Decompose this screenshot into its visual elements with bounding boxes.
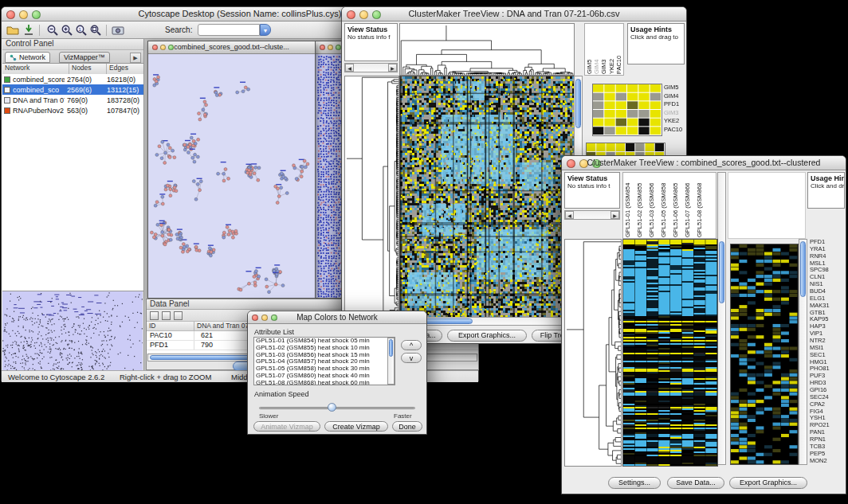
move-up-button[interactable]: ^ [401,340,422,350]
gene-label[interactable]: PAN1 [810,429,845,436]
gene-label[interactable]: PFD1 [810,239,845,246]
gene-label[interactable]: KAP95 [810,316,845,323]
network-canvas[interactable] [148,54,315,298]
create-vizmap-button[interactable]: Create Vizmap [324,421,388,432]
move-down-button[interactable]: v [401,353,422,363]
gene-label[interactable]: HRD3 [810,380,845,387]
gene-label[interactable]: GPI16 [810,387,845,394]
gene-label[interactable]: MSL1 [810,260,845,268]
gene-label[interactable]: NIS1 [810,281,845,288]
scroll-right-icon[interactable]: ▶ [388,64,397,72]
zoom-window-button[interactable] [336,45,341,50]
speed-slider-thumb[interactable] [328,403,336,412]
export-graphics-button[interactable]: Export Graphics... [729,477,807,489]
main-vscrollbar[interactable] [717,172,726,465]
gene-label[interactable]: PUF3 [810,373,845,380]
animate-vizmap-button[interactable]: Animate Vizmap [253,421,320,432]
gene-label[interactable]: NTR2 [810,338,845,345]
gene-label[interactable]: ELG1 [810,295,845,303]
vscroll-thumb[interactable] [800,241,806,297]
vscroll-thumb[interactable] [575,79,581,128]
scroll-left-icon[interactable]: ◀ [565,211,574,219]
zoom-actual-size-icon[interactable]: 1 [75,24,88,37]
gene-label[interactable]: RNR4 [810,253,845,260]
row-dendrogram-canvas[interactable] [564,239,622,467]
import-network-icon[interactable] [22,24,35,37]
data-col-id[interactable]: ID [147,322,194,330]
scroll-left-icon[interactable]: ◀ [345,64,354,72]
network-frame-titlebar[interactable]: combined_scores_good.txt--cluste... [148,41,315,54]
treeview2-titlebar[interactable]: ClusterMaker TreeView : combined_scores_… [562,156,846,170]
gene-label[interactable]: VIP1 [810,330,845,338]
tab-vizmapper[interactable]: VizMapper™ [59,52,110,63]
network-list-row[interactable]: DNA and Tran 07 769(0) 183728(0) [2,95,143,105]
vscroll-thumb[interactable] [389,339,393,357]
network-list-row[interactable]: combined_scores 2764(0) 16218(0) [2,74,143,84]
gene-label[interactable]: BUD4 [810,288,845,295]
row-dendrogram-canvas[interactable] [344,76,399,318]
gene-label[interactable]: SEC24 [810,394,845,401]
zoom-in-icon[interactable] [61,24,73,37]
gene-label[interactable]: PEP5 [810,451,845,458]
network-tree-area[interactable] [2,115,143,291]
heatmap-canvas[interactable] [399,76,575,318]
done-button[interactable]: Done [392,421,422,432]
tab-overflow-button[interactable]: ▶ [130,53,141,63]
attribute-list-item[interactable]: GPL51-05 (GSM858) heat shock 30 min [254,365,395,373]
gene-label[interactable]: GTB1 [810,310,845,317]
tree-mini-hscrollbar[interactable]: ◀ ▶ [344,63,398,72]
tab-network[interactable]: Network [5,52,50,63]
zoom-vscrollbar[interactable] [799,239,807,465]
col-nodes[interactable]: Nodes [69,64,107,74]
list-vscrollbar[interactable] [387,338,395,385]
zoom-heatmap-canvas[interactable] [730,244,799,465]
scroll-right-icon[interactable]: ▶ [610,211,619,219]
search-dropdown-icon[interactable]: ▼ [260,24,271,36]
search-input[interactable] [198,24,260,36]
gene-label[interactable]: TCB3 [810,443,845,451]
attribute-list-item[interactable]: GPL51-07 (GSM860) heat shock 40 min [254,373,395,380]
gene-label[interactable]: RPN1 [810,436,845,443]
close-button[interactable] [320,45,325,50]
col-edges[interactable]: Edges [107,64,143,74]
heatmap-canvas[interactable] [622,239,718,467]
treeview1-titlebar[interactable]: ClusterMaker TreeView : DNA and Tran 07-… [342,7,686,21]
speed-slider-track[interactable] [259,407,415,409]
gene-label[interactable]: RPO21 [810,422,845,429]
gene-label[interactable]: MSI1 [810,345,845,352]
tree-mini-hscrollbar[interactable]: ◀ ▶ [564,210,620,220]
save-data-button[interactable]: Save Data... [667,477,724,489]
snapshot-icon[interactable] [112,24,124,37]
vscroll-thumb[interactable] [719,241,724,303]
zoom-out-icon[interactable] [46,24,59,37]
gene-label[interactable]: CPA2 [810,401,845,408]
attribute-list-item[interactable]: GPL51-08 (GSM868) heat shock 60 min [254,380,395,385]
attribute-list-item[interactable]: GPL51-03 (GSM856) heat shock 15 min [254,352,395,359]
gene-label[interactable]: PHO81 [810,365,845,373]
gene-label[interactable]: SPC98 [810,267,845,274]
export-graphics-button[interactable]: Export Graphics... [447,330,527,342]
gene-label[interactable]: MAK31 [810,303,845,310]
gene-label[interactable]: YRA1 [810,246,845,253]
gene-label[interactable]: HMG1 [810,359,845,366]
birdseye-view[interactable] [2,291,143,370]
gene-label[interactable]: SEC1 [810,352,845,359]
gene-label[interactable]: CLN1 [810,274,845,281]
attribute-list-item[interactable]: GPL51-04 (GSM857) heat shock 20 min [254,358,395,365]
col-network[interactable]: Network [2,64,69,74]
create-attribute-icon[interactable] [162,311,171,320]
dialog-titlebar[interactable]: Map Colors to Network [248,311,426,324]
attribute-list-item[interactable]: GPL51-01 (GSM854) heat shock 05 min [254,338,395,345]
open-session-icon[interactable] [6,24,19,37]
column-dendrogram-canvas[interactable] [399,23,575,76]
attribute-list-item[interactable]: GPL51-02 (GSM855) heat shock 10 min [254,345,395,352]
birdseye-canvas[interactable] [2,291,143,370]
gene-label[interactable]: MON2 [810,458,845,465]
zoom-fit-icon[interactable] [89,24,102,37]
gene-label[interactable]: FIG4 [810,408,845,416]
gene-label[interactable]: HAP3 [810,323,845,330]
network-list-row[interactable]: combined_sco 2569(6) 13112(15) [2,84,143,95]
network-list-row[interactable]: RNAPuberNov2 563(0) 107847(0) [2,105,143,115]
minimize-button[interactable] [328,45,333,50]
settings-button[interactable]: Settings... [608,477,661,489]
